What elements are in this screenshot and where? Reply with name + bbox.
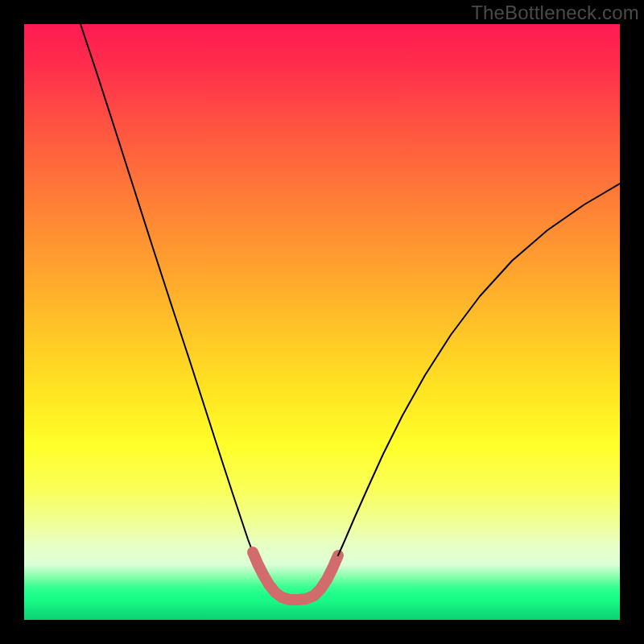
chart-frame: TheBottleneck.com xyxy=(0,0,644,644)
plot-area xyxy=(24,24,620,620)
series-curve-right xyxy=(338,184,620,555)
series-curve-bottom-thick xyxy=(253,552,338,600)
watermark-text: TheBottleneck.com xyxy=(471,2,639,24)
series-curve-left xyxy=(80,24,253,552)
curve-svg xyxy=(24,24,620,620)
